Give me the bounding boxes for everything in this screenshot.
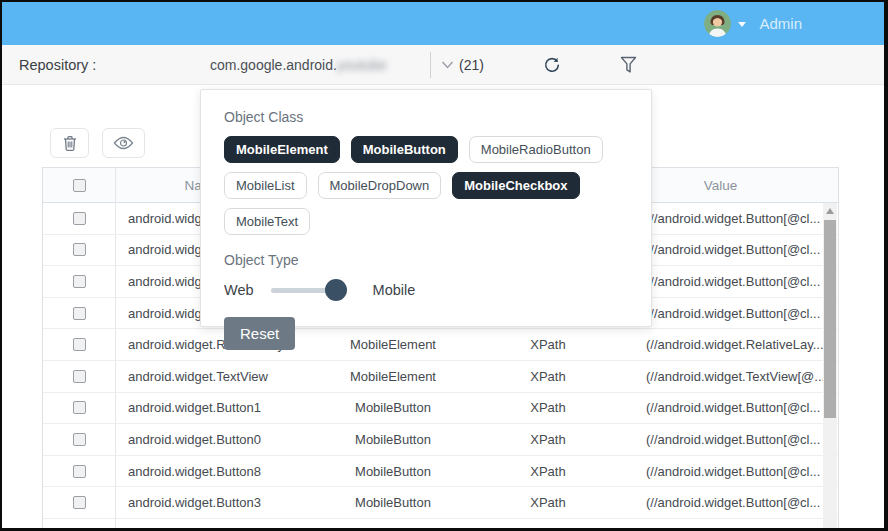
repository-bar: Repository : com.google.android. youtube… bbox=[2, 45, 884, 85]
cell-name: android.widget.Button1 bbox=[116, 393, 323, 424]
cell-value: (//android.widget.Button[@cl... bbox=[633, 235, 838, 266]
object-class-chip[interactable]: MobileRadioButton bbox=[469, 136, 603, 163]
scrollbar-thumb[interactable] bbox=[824, 220, 836, 418]
repository-label: Repository : bbox=[19, 57, 96, 73]
filter-popup: Object Class MobileElementMobileButtonMo… bbox=[200, 89, 652, 327]
web-mobile-toggle[interactable] bbox=[271, 288, 341, 293]
cell-class: MobileButton bbox=[323, 456, 463, 487]
row-checkbox[interactable] bbox=[73, 243, 86, 256]
table-row[interactable]: android.widget.Button3 MobileButton XPat… bbox=[43, 487, 838, 519]
row-checkbox[interactable] bbox=[73, 401, 86, 414]
header-value: Value bbox=[633, 168, 838, 202]
row-checkbox[interactable] bbox=[73, 338, 86, 351]
object-class-chip[interactable]: MobileCheckbox bbox=[452, 172, 579, 199]
divider bbox=[430, 52, 431, 78]
toggle-knob[interactable] bbox=[325, 279, 347, 301]
cell-class: MobileElement bbox=[323, 361, 463, 392]
row-checkbox[interactable] bbox=[73, 496, 86, 509]
object-count: (21) bbox=[459, 57, 484, 73]
cell-name: android.widget.Button3 bbox=[116, 487, 323, 518]
cell-class: MobileButton bbox=[323, 519, 463, 529]
cell-type: XPath bbox=[463, 456, 633, 487]
table-row[interactable]: android.widget.Button12 MobileButton XPa… bbox=[43, 519, 838, 529]
user-name: Admin bbox=[759, 15, 802, 32]
reset-button[interactable]: Reset bbox=[224, 317, 295, 350]
repository-value-blurred: youtube bbox=[337, 57, 387, 73]
chevron-down-icon[interactable] bbox=[441, 60, 454, 69]
row-checkbox[interactable] bbox=[73, 433, 86, 446]
table-row[interactable]: android.widget.TextView MobileElement XP… bbox=[43, 361, 838, 393]
scroll-up-arrow-icon[interactable] bbox=[826, 208, 834, 214]
cell-class: MobileButton bbox=[323, 487, 463, 518]
cell-value: (//android.widget.Button[@cl... bbox=[633, 203, 838, 234]
row-checkbox[interactable] bbox=[73, 307, 86, 320]
cell-value: (//android.widget.Button[@cl... bbox=[633, 393, 838, 424]
cell-value: (//android.widget.Button[@cl... bbox=[633, 487, 838, 518]
row-checkbox[interactable] bbox=[73, 212, 86, 225]
table-row[interactable]: android.widget.Button1 MobileButton XPat… bbox=[43, 393, 838, 425]
object-class-chip[interactable]: MobileDropDown bbox=[318, 172, 442, 199]
cell-value: (//android.widget.Button[@cl... bbox=[633, 456, 838, 487]
cell-class: MobileButton bbox=[323, 424, 463, 455]
cell-value: (//android.widget.Button[@cl... bbox=[633, 266, 838, 297]
vertical-scrollbar[interactable] bbox=[823, 203, 837, 528]
top-navbar: Admin bbox=[2, 2, 884, 45]
cell-value: (//android.widget.TextView[@... bbox=[633, 361, 838, 392]
user-menu[interactable]: Admin bbox=[704, 2, 802, 45]
cell-value: (//android.widget.Button[@cl... bbox=[633, 298, 838, 329]
refresh-button[interactable] bbox=[543, 56, 561, 74]
cell-type: XPath bbox=[463, 393, 633, 424]
cell-name: android.widget.Button0 bbox=[116, 424, 323, 455]
cell-type: XPath bbox=[463, 519, 633, 529]
object-class-chip[interactable]: MobileButton bbox=[351, 136, 458, 163]
user-avatar-icon bbox=[704, 10, 731, 37]
cell-name: android.widget.TextView bbox=[116, 361, 323, 392]
cell-type: XPath bbox=[463, 424, 633, 455]
trash-icon bbox=[62, 135, 78, 152]
table-row[interactable]: android.widget.Button0 MobileButton XPat… bbox=[43, 424, 838, 456]
cell-value: (//android.widget.RelativeLay... bbox=[633, 329, 838, 360]
object-type-toggle-row: Web Mobile bbox=[224, 282, 628, 298]
cell-name: android.widget.Button12 bbox=[116, 519, 323, 529]
object-class-chips: MobileElementMobileButtonMobileRadioButt… bbox=[224, 136, 628, 235]
eye-icon bbox=[113, 136, 134, 150]
object-class-chip[interactable]: MobileText bbox=[224, 208, 310, 235]
object-class-label: Object Class bbox=[224, 109, 628, 125]
web-label: Web bbox=[224, 282, 254, 298]
mobile-label: Mobile bbox=[373, 282, 416, 298]
table-row[interactable]: android.widget.Button8 MobileButton XPat… bbox=[43, 456, 838, 488]
app-window: Admin Repository : com.google.android. y… bbox=[0, 0, 888, 531]
row-checkbox[interactable] bbox=[73, 275, 86, 288]
object-type-label: Object Type bbox=[224, 252, 628, 268]
repository-value: com.google.android. bbox=[210, 57, 337, 73]
object-class-chip[interactable]: MobileList bbox=[224, 172, 307, 199]
filter-button[interactable] bbox=[620, 56, 637, 74]
cell-value: (//android.widget.Button[@cl... bbox=[633, 424, 838, 455]
caret-down-icon bbox=[738, 22, 746, 27]
cell-class: MobileButton bbox=[323, 393, 463, 424]
row-checkbox[interactable] bbox=[73, 370, 86, 383]
object-class-chip[interactable]: MobileElement bbox=[224, 136, 340, 163]
delete-button[interactable] bbox=[50, 128, 89, 158]
row-checkbox[interactable] bbox=[73, 528, 86, 529]
repository-select[interactable]: com.google.android. youtube bbox=[210, 45, 460, 84]
cell-value: (//android.widget.Button[@cl... bbox=[633, 519, 838, 529]
preview-button[interactable] bbox=[102, 128, 145, 158]
row-checkbox[interactable] bbox=[73, 465, 86, 478]
cell-type: XPath bbox=[463, 487, 633, 518]
cell-type: XPath bbox=[463, 361, 633, 392]
cell-name: android.widget.Button8 bbox=[116, 456, 323, 487]
select-all-checkbox[interactable] bbox=[73, 179, 86, 192]
